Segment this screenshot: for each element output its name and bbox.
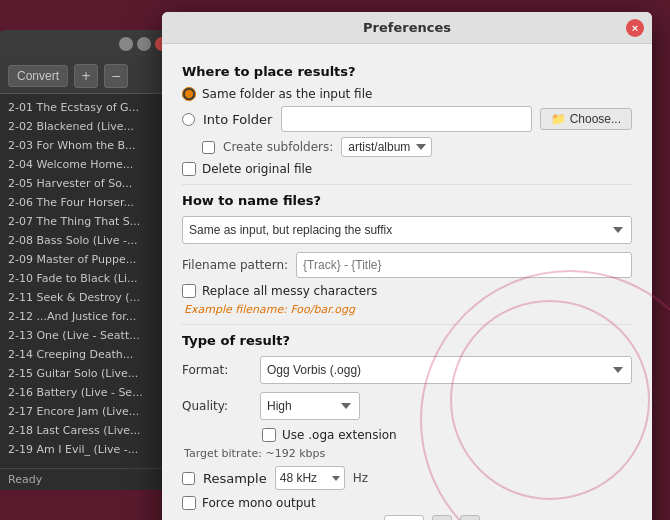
bg-maximize-button[interactable] (137, 37, 151, 51)
resample-row: Resample 8 kHz 16 kHz 22 kHz 44.1 kHz 48… (182, 466, 632, 490)
replace-messy-row: Replace all messy characters (182, 284, 632, 298)
naming-method-select[interactable]: Same as input, but replacing the suffix … (182, 216, 632, 244)
modal-close-button[interactable]: × (626, 19, 644, 37)
status-bar: Ready (0, 468, 175, 490)
delete-original-row: Delete original file (182, 162, 632, 176)
oga-extension-row: Use .oga extension (262, 428, 632, 442)
force-mono-label: Force mono output (202, 496, 316, 510)
list-item[interactable]: 2-11 Seek & Destroy (... (0, 288, 175, 307)
pattern-label: Filename pattern: (182, 258, 288, 272)
list-item[interactable]: 2-17 Encore Jam (Live... (0, 402, 175, 421)
create-subfolders-label: Create subfolders: (223, 140, 333, 154)
format-row: Format: Ogg Vorbis (.ogg) MP3 (.mp3) FLA… (182, 356, 632, 384)
delete-original-checkbox[interactable] (182, 162, 196, 176)
same-folder-label: Same folder as the input file (202, 87, 372, 101)
list-item[interactable]: 2-15 Guitar Solo (Live... (0, 364, 175, 383)
list-item[interactable]: 2-13 One (Live - Seatt... (0, 326, 175, 345)
into-folder-input[interactable] (281, 106, 532, 132)
list-item[interactable]: 2-01 The Ecstasy of G... (0, 98, 175, 117)
into-folder-row: Into Folder 📁 Choose... (182, 106, 632, 132)
choose-button[interactable]: 📁 Choose... (540, 108, 632, 130)
list-item[interactable]: 2-14 Creeping Death... (0, 345, 175, 364)
convert-button[interactable]: Convert (8, 65, 68, 87)
bg-toolbar: Convert + − (0, 58, 175, 94)
where-to-place-heading: Where to place results? (182, 64, 632, 79)
modal-body: Where to place results? Same folder as t… (162, 44, 652, 520)
list-item[interactable]: 2-18 Last Caress (Live... (0, 421, 175, 440)
type-of-result-heading: Type of result? (182, 333, 632, 348)
close-icon: × (632, 22, 638, 34)
list-item[interactable]: 2-03 For Whom the B... (0, 136, 175, 155)
format-label: Format: (182, 363, 252, 377)
resample-select[interactable]: 8 kHz 16 kHz 22 kHz 44.1 kHz 48 kHz 96 k… (275, 466, 345, 490)
list-item[interactable]: 2-10 Fade to Black (Li... (0, 269, 175, 288)
force-mono-checkbox[interactable] (182, 496, 196, 510)
quality-select[interactable]: Very Low Low Medium High Very High Insan… (260, 392, 360, 420)
list-item[interactable]: 2-09 Master of Puppe... (0, 250, 175, 269)
folder-icon: 📁 (551, 112, 566, 126)
example-filename-line: Example filename: Foo/bar.ogg (184, 303, 632, 316)
delete-original-label: Delete original file (202, 162, 312, 176)
replace-messy-checkbox[interactable] (182, 284, 196, 298)
modal-titlebar: Preferences × (162, 12, 652, 44)
quality-row: Quality: Very Low Low Medium High Very H… (182, 392, 632, 420)
parallel-decrement-button[interactable]: − (432, 515, 452, 520)
oga-extension-label: Use .oga extension (282, 428, 397, 442)
list-item[interactable]: 2-02 Blackened (Live... (0, 117, 175, 136)
pattern-row: Filename pattern: (182, 252, 632, 278)
force-mono-row: Force mono output (182, 496, 632, 510)
list-item[interactable]: 2-05 Harvester of So... (0, 174, 175, 193)
quality-label: Quality: (182, 399, 252, 413)
list-item[interactable]: 2-12 ...And Justice for... (0, 307, 175, 326)
example-label: Example filename: (184, 303, 287, 316)
add-file-button[interactable]: + (74, 64, 98, 88)
list-item[interactable]: 2-08 Bass Solo (Live -... (0, 231, 175, 250)
list-item[interactable]: 2-19 Am I Evil_ (Live -... (0, 440, 175, 459)
parallel-increment-button[interactable]: + (460, 515, 480, 520)
into-folder-label: Into Folder (203, 112, 273, 127)
choose-label: Choose... (570, 112, 621, 126)
divider-1 (182, 184, 632, 185)
list-item[interactable]: 2-06 The Four Horser... (0, 193, 175, 212)
list-item[interactable]: 2-04 Welcome Home... (0, 155, 175, 174)
preferences-dialog: Preferences × Where to place results? Sa… (162, 12, 652, 520)
remove-file-button[interactable]: − (104, 64, 128, 88)
bg-minimize-button[interactable] (119, 37, 133, 51)
subfolders-row: Create subfolders: artist/album artist a… (182, 137, 632, 157)
oga-extension-checkbox[interactable] (262, 428, 276, 442)
divider-2 (182, 324, 632, 325)
same-folder-row: Same folder as the input file (182, 87, 632, 101)
pattern-input[interactable] (296, 252, 632, 278)
into-folder-radio[interactable] (182, 113, 195, 126)
parallel-jobs-input[interactable] (384, 515, 424, 520)
bg-titlebar (0, 30, 175, 58)
how-to-name-heading: How to name files? (182, 193, 632, 208)
resample-checkbox[interactable] (182, 472, 195, 485)
replace-messy-label: Replace all messy characters (202, 284, 377, 298)
subfolders-select[interactable]: artist/album artist album (341, 137, 432, 157)
status-text: Ready (8, 473, 42, 486)
example-value: Foo/bar.ogg (290, 303, 355, 316)
parallel-jobs-row: Limit number of parallel jobs − + (182, 515, 632, 520)
background-window: Convert + − 2-01 The Ecstasy of G...2-02… (0, 30, 175, 490)
naming-method-row: Same as input, but replacing the suffix … (182, 216, 632, 244)
hz-label: Hz (353, 471, 368, 485)
modal-title: Preferences (363, 20, 451, 35)
list-item[interactable]: 2-07 The Thing That S... (0, 212, 175, 231)
same-folder-radio[interactable] (182, 87, 196, 101)
create-subfolders-checkbox[interactable] (202, 141, 215, 154)
track-list: 2-01 The Ecstasy of G...2-02 Blackened (… (0, 94, 175, 463)
format-select[interactable]: Ogg Vorbis (.ogg) MP3 (.mp3) FLAC (.flac… (260, 356, 632, 384)
resample-label: Resample (203, 471, 267, 486)
bitrate-line: Target bitrate: ~192 kbps (184, 447, 632, 460)
list-item[interactable]: 2-16 Battery (Live - Se... (0, 383, 175, 402)
